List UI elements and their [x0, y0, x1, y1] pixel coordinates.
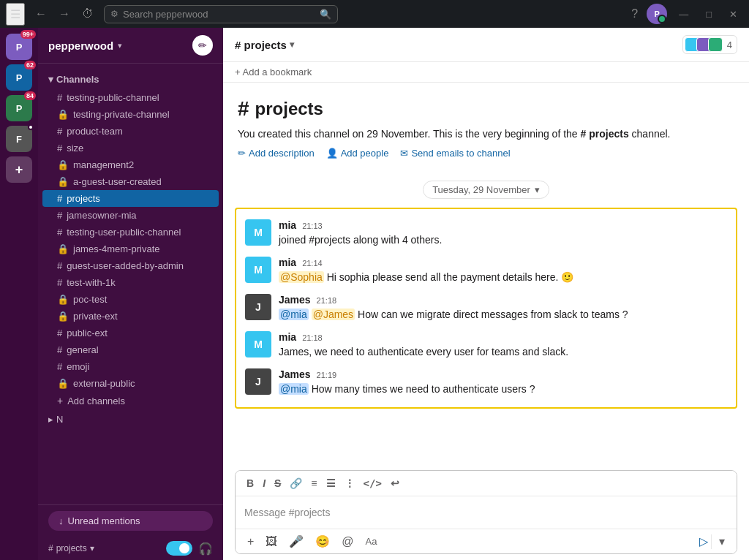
compose-button[interactable]: ✏ — [192, 35, 213, 56]
minimize-button[interactable]: — — [673, 6, 694, 23]
unordered-list-button[interactable]: ☰ — [323, 475, 339, 491]
text-part: Hi sophia please send all the payment de… — [327, 271, 559, 283]
add-description-button[interactable]: ✏ Add description — [238, 148, 315, 159]
italic-button[interactable]: I — [259, 475, 269, 491]
channel-actions: ✏ Add description 👤 Add people ✉ Send em… — [238, 142, 734, 164]
workspace-1[interactable]: P 99+ — [6, 34, 32, 60]
ws1-badge: 99+ — [20, 30, 36, 39]
code-button[interactable]: </> — [360, 475, 385, 491]
channel-item-projects[interactable]: # projects — [42, 190, 219, 207]
titlebar-actions: ? P — □ ✕ — [628, 4, 743, 24]
current-channel-name: projects — [56, 543, 87, 553]
intro-before: You created this channel on 29 November.… — [238, 128, 578, 140]
workspace-3[interactable]: P 84 — [6, 95, 32, 121]
channel-item-public-ext[interactable]: # public-ext — [42, 325, 219, 341]
headphone-icon: 🎧 — [198, 542, 213, 556]
search-input[interactable] — [123, 9, 315, 20]
channels-section-header[interactable]: ▾ Channels — [38, 69, 223, 89]
menu-button[interactable]: ☰ — [6, 3, 25, 26]
user-avatar[interactable]: P — [647, 4, 667, 24]
channel-item-poc-test[interactable]: 🔒 poc-test — [42, 291, 219, 308]
send-button[interactable]: ▷ — [699, 534, 708, 548]
channel-item-guest-added-admin[interactable]: # guest-user-added-by-admin — [42, 257, 219, 274]
format-button[interactable]: Aa — [361, 534, 382, 549]
mention-button[interactable]: @ — [337, 533, 358, 550]
message-time: 21:18 — [317, 296, 337, 305]
emoji-button[interactable]: 😊 — [311, 532, 334, 550]
channel-name: projects — [67, 193, 208, 204]
workspace-name-button[interactable]: pepperwood ▾ — [48, 39, 187, 52]
channel-item-product-team[interactable]: # product-team — [42, 123, 219, 140]
help-button[interactable]: ? — [628, 4, 641, 23]
message-input[interactable] — [244, 507, 728, 518]
message-time: 21:18 — [302, 333, 323, 342]
message-header: mia 21:18 — [279, 331, 727, 343]
forward-button[interactable]: → — [54, 4, 75, 23]
message-header: James 21:18 — [279, 294, 727, 306]
channel-item-testing-private[interactable]: 🔒 testing-private-channel — [42, 106, 219, 123]
audio-button[interactable]: 🎤 — [285, 532, 308, 550]
collapsed-section[interactable]: ▸ N — [38, 409, 223, 429]
back-button[interactable]: ← — [31, 4, 51, 23]
channel-name: emoji — [67, 361, 208, 372]
nav-buttons: ← → ⏱ — [31, 4, 98, 23]
workspace-2[interactable]: P 62 — [6, 64, 32, 91]
channel-item-size[interactable]: # size — [42, 140, 219, 156]
channel-item-test-1k[interactable]: # test-with-1k — [42, 274, 219, 291]
workspace-4[interactable]: F — [6, 126, 32, 152]
history-button[interactable]: ⏱ — [78, 4, 98, 23]
avatar: J — [245, 294, 271, 320]
add-people-button[interactable]: 👤 Add people — [326, 148, 389, 159]
ordered-list-button[interactable]: ≡ — [307, 475, 320, 491]
send-email-label: Send emails to channel — [411, 148, 510, 159]
messages-highlight-container: M mia 21:13 joined #projects along with … — [235, 208, 737, 409]
close-button[interactable]: ✕ — [723, 6, 743, 23]
add-channels-button[interactable]: + Add channels — [42, 392, 219, 409]
image-button[interactable]: 🖼 — [261, 533, 282, 550]
bold-button[interactable]: B — [243, 475, 257, 491]
add-workspace-button[interactable]: + — [6, 156, 32, 183]
mention: @James — [312, 309, 355, 320]
messages-area: # projects You created this channel on 2… — [223, 83, 749, 464]
channel-item-emoji[interactable]: # emoji — [42, 358, 219, 375]
message-row: J James 21:18 @mia @James How can we mig… — [236, 290, 736, 327]
message-text: @mia @James How can we migrate direct me… — [279, 307, 727, 322]
channel-item-james-4mem[interactable]: 🔒 james-4mem-private — [42, 241, 219, 257]
message-author: mia — [279, 219, 296, 231]
channel-item-management2[interactable]: 🔒 management2 — [42, 156, 219, 173]
link-button[interactable]: 🔗 — [286, 475, 306, 491]
channel-title-button[interactable]: # projects ▾ — [235, 39, 294, 51]
channel-item-testing-public[interactable]: # testing-public-channel — [42, 89, 219, 106]
channel-item-testing-user-public[interactable]: # testing-user-public-channel — [42, 224, 219, 241]
hash-icon: # — [57, 260, 62, 271]
lock-icon: 🔒 — [57, 159, 69, 170]
maximize-button[interactable]: □ — [700, 6, 718, 23]
self-mention: @mia — [279, 309, 309, 320]
indent-button[interactable]: ⋮ — [341, 475, 358, 491]
channel-item-external-public[interactable]: 🔒 external-public — [42, 375, 219, 392]
composer-body — [236, 496, 737, 529]
add-bookmark-button[interactable]: + Add a bookmark — [235, 67, 312, 77]
members-button[interactable]: 4 — [682, 35, 737, 54]
undo-button[interactable]: ↩ — [387, 475, 403, 491]
send-email-button[interactable]: ✉ Send emails to channel — [400, 148, 510, 159]
current-channel-label[interactable]: # projects ▾ — [48, 543, 94, 553]
chevron-icon: ▾ — [90, 543, 94, 553]
channel-item-private-ext[interactable]: 🔒 private-ext — [42, 308, 219, 325]
channel-item-general[interactable]: # general — [42, 341, 219, 358]
email-icon: ✉ — [400, 148, 408, 159]
message-row: M mia 21:18 James, we need to authentica… — [236, 327, 736, 364]
send-options-button[interactable]: ▾ — [715, 532, 729, 550]
titlebar: ☰ ← → ⏱ ⚙ 🔍 ? P — □ ✕ — [0, 0, 749, 28]
attach-button[interactable]: + — [243, 533, 258, 550]
member-avatar-3 — [708, 37, 723, 52]
audio-toggle[interactable] — [166, 541, 192, 556]
channel-item-jamesowner-mia[interactable]: # jamesowner-mia — [42, 207, 219, 224]
search-icon: 🔍 — [320, 9, 331, 20]
hash-icon: # — [57, 227, 62, 238]
text-part: How many times we need to authenticate u… — [312, 383, 535, 395]
channel-item-guest-user-created[interactable]: 🔒 a-guest-user-created — [42, 173, 219, 190]
date-pill-button[interactable]: Tuesday, 29 November ▾ — [423, 181, 549, 199]
unread-mentions-button[interactable]: ↓ Unread mentions — [48, 511, 213, 531]
strikethrough-button[interactable]: S — [271, 475, 285, 491]
